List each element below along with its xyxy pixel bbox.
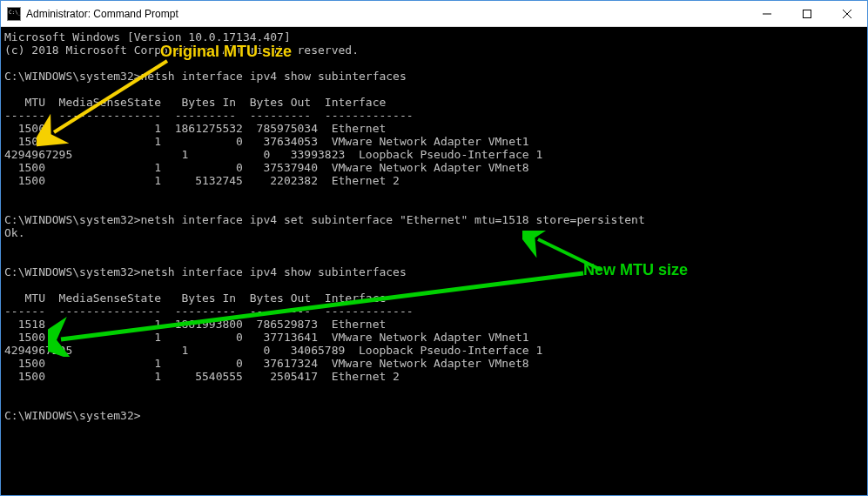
cmd-icon (7, 7, 21, 21)
close-button[interactable] (827, 1, 867, 27)
window-title: Administrator: Command Prompt (26, 8, 178, 20)
minimize-button[interactable] (747, 1, 787, 27)
maximize-button[interactable] (787, 1, 827, 27)
command-prompt-window: Administrator: Command Prompt Microsoft … (0, 0, 868, 496)
terminal-output[interactable]: Microsoft Windows [Version 10.0.17134.40… (1, 27, 867, 495)
svg-rect-1 (804, 10, 811, 17)
titlebar[interactable]: Administrator: Command Prompt (1, 1, 867, 27)
